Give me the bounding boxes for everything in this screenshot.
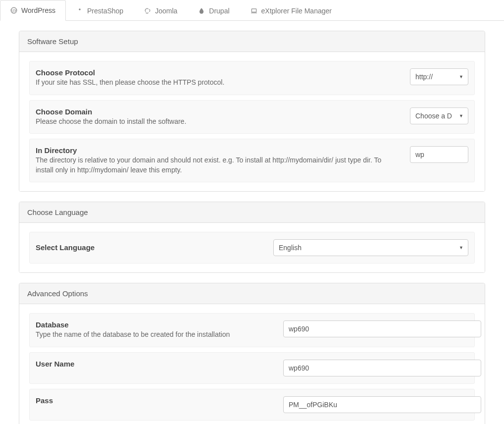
joomla-icon: [144, 7, 151, 14]
domain-label: Choose Domain: [36, 107, 400, 116]
prestashop-icon: [76, 7, 83, 14]
tab-label: Joomla: [155, 7, 177, 15]
protocol-desc: If your site has SSL, then please choose…: [36, 78, 400, 88]
database-row: Database Type the name of the database t…: [29, 313, 475, 347]
tab-label: eXtplorer File Manager: [261, 7, 332, 15]
tab-drupal[interactable]: Drupal: [188, 0, 240, 21]
tab-bar: WordPress PrestaShop Joomla Drupal eXtpl…: [0, 0, 504, 21]
svg-point-1: [79, 8, 81, 10]
tab-label: WordPress: [21, 6, 55, 14]
directory-desc: The directory is relative to your domain…: [36, 156, 400, 175]
directory-label: In Directory: [36, 146, 400, 155]
laptop-icon: [251, 7, 257, 14]
protocol-select[interactable]: http://: [410, 68, 468, 85]
directory-input[interactable]: [410, 146, 468, 163]
username-input[interactable]: [283, 360, 481, 376]
domain-select[interactable]: Choose a D: [410, 107, 468, 124]
panel-title: Choose Language: [19, 202, 485, 223]
username-label: User Name: [36, 360, 273, 368]
domain-row: Choose Domain Please choose the domain t…: [29, 100, 475, 134]
language-panel: Choose Language Select Language English: [19, 202, 485, 273]
pass-input[interactable]: [283, 396, 481, 413]
language-label: Select Language: [36, 243, 263, 252]
language-select[interactable]: English: [273, 239, 468, 256]
software-setup-panel: Software Setup Choose Protocol If your s…: [19, 31, 485, 192]
pass-row: Pass Encrypted: [29, 389, 475, 421]
wordpress-icon: [10, 7, 17, 14]
svg-rect-2: [252, 8, 256, 11]
protocol-row: Choose Protocol If your site has SSL, th…: [29, 61, 475, 95]
username-row: User Name: [29, 352, 475, 384]
pass-label: Pass: [36, 396, 273, 405]
database-label: Database: [36, 320, 273, 329]
panel-title: Software Setup: [19, 31, 485, 52]
tab-label: PrestaShop: [87, 7, 123, 15]
panel-title: Advanced Options: [19, 283, 485, 304]
domain-desc: Please choose the domain to install the …: [36, 117, 400, 127]
tab-prestashop[interactable]: PrestaShop: [66, 0, 134, 21]
database-desc: Type the name of the database to be crea…: [36, 330, 273, 340]
tab-extplorer[interactable]: eXtplorer File Manager: [240, 0, 342, 21]
language-row: Select Language English: [29, 232, 475, 264]
tab-joomla[interactable]: Joomla: [134, 0, 188, 21]
tab-label: Drupal: [209, 7, 229, 15]
advanced-panel: Advanced Options Database Type the name …: [19, 283, 485, 424]
directory-row: In Directory The directory is relative t…: [29, 139, 475, 182]
tab-wordpress[interactable]: WordPress: [0, 0, 66, 21]
drupal-icon: [198, 7, 205, 14]
database-input[interactable]: [283, 320, 481, 337]
protocol-label: Choose Protocol: [36, 68, 400, 77]
